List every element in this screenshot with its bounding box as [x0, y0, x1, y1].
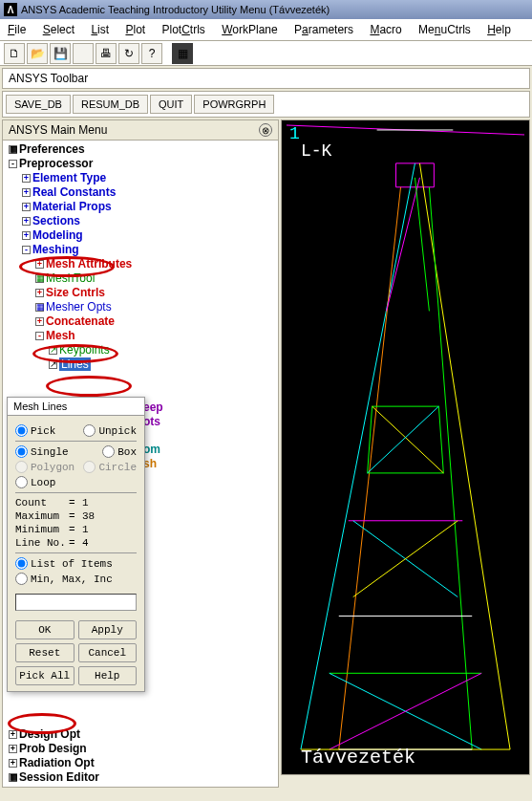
radio-single[interactable]: Single [15, 445, 69, 458]
tree-meshing[interactable]: -Meshing [5, 243, 276, 257]
powrgrph-button[interactable]: POWRGRPH [194, 95, 274, 114]
graphics-window[interactable]: 1 L-K Távvezeték Z X Y [281, 119, 530, 775]
save-db-button[interactable]: SAVE_DB [6, 95, 71, 114]
save-icon[interactable]: 💾 [50, 43, 71, 64]
svg-line-15 [387, 178, 420, 312]
apply-button[interactable]: Apply [78, 620, 138, 639]
graphics-view-label: L-K [301, 141, 331, 161]
quit-button[interactable]: QUIT [150, 95, 192, 114]
menu-file[interactable]: File [8, 23, 26, 36]
main-menu-title: ANSYS Main Menu [9, 123, 107, 137]
open-file-icon[interactable]: 📂 [27, 43, 48, 64]
tree-prob-design[interactable]: +Prob Design [5, 742, 276, 756]
tree-mesher-opts[interactable]: ▦Mesher Opts [5, 300, 276, 314]
tree-size-cntrls[interactable]: +Size Cntrls [5, 286, 276, 300]
new-file-icon[interactable]: 🗋 [4, 43, 25, 64]
reset-button[interactable]: Reset [15, 643, 74, 662]
menu-menuctrls[interactable]: MenuCtrls [418, 23, 471, 36]
toolbar-sep [73, 43, 94, 64]
svg-line-13 [372, 406, 444, 473]
radio-polygon[interactable]: Polygon [15, 461, 74, 473]
tree-element-type[interactable]: +Element Type [5, 171, 276, 185]
ansys-toolbar-label: ANSYS Toolbar [2, 68, 530, 89]
toolbar-buttons: SAVE_DB RESUM_DB QUIT POWRGRPH [2, 91, 530, 118]
tree-session-editor[interactable]: ▦Session Editor [5, 770, 276, 785]
graphics-icon[interactable]: ▦ [172, 43, 193, 64]
resum-db-button[interactable]: RESUM_DB [73, 95, 148, 114]
svg-line-3 [429, 187, 472, 749]
wireframe-plot [282, 120, 529, 774]
icon-toolbar: 🗋 📂 💾 🖶 ↻ ? ▦ [0, 41, 532, 66]
window-title: ANSYS Academic Teaching Introductory Uti… [21, 4, 330, 15]
radio-unpick[interactable]: Unpick [83, 424, 137, 437]
ok-button[interactable]: OK [15, 620, 74, 639]
menu-plotctrls[interactable]: PlotCtrls [162, 23, 205, 36]
radio-pick[interactable]: Pick [15, 424, 55, 437]
tree-design-opt[interactable]: +Design Opt [5, 727, 276, 742]
menu-plot[interactable]: Plot [125, 23, 145, 36]
tree-radiation-opt[interactable]: +Radiation Opt [5, 756, 276, 770]
graphics-index: 1 [289, 124, 300, 143]
tree-mesh-attributes[interactable]: +Mesh Attributes [5, 257, 276, 271]
radio-circle[interactable]: Circle [83, 461, 137, 473]
dialog-title: Mesh Lines [8, 398, 144, 416]
collapse-icon[interactable]: ⊗ [259, 123, 272, 137]
app-icon: Λ [4, 3, 17, 16]
menu-parameters[interactable]: Parameters [294, 23, 353, 36]
menu-workplane[interactable]: WorkPlane [222, 23, 277, 36]
menu-macro[interactable]: Macro [370, 23, 401, 36]
radio-list-items[interactable]: List of Items [15, 557, 113, 570]
menu-help[interactable]: Help [487, 23, 511, 36]
menubar: File Select List Plot PlotCtrls WorkPlan… [0, 19, 532, 41]
tree-meshtool[interactable]: ▦MeshTool [5, 271, 276, 286]
dialog-text-input[interactable] [15, 594, 137, 611]
menu-list[interactable]: List [91, 23, 109, 36]
tree-keypoints[interactable]: ↗Keypoints [5, 343, 276, 357]
radio-loop[interactable]: Loop [15, 476, 55, 488]
lineno-label: Line No. [15, 537, 69, 549]
tree-mesh[interactable]: -Mesh [5, 329, 276, 343]
main-menu-header: ANSYS Main Menu ⊗ [3, 120, 278, 141]
tree-lines[interactable]: ↗Lines [5, 357, 276, 372]
tree-material-props[interactable]: +Material Props [5, 200, 276, 214]
help-icon[interactable]: ? [141, 43, 162, 64]
graphics-title: Távvezeték [301, 747, 415, 769]
lineno-value: 4 [82, 537, 89, 549]
radio-box[interactable]: Box [102, 445, 137, 458]
tree-preprocessor[interactable]: -Preprocessor [5, 157, 276, 171]
svg-line-2 [339, 187, 401, 749]
mesh-lines-dialog: Mesh Lines Pick Unpick Single Box Polygo… [7, 397, 145, 692]
pick-all-button[interactable]: Pick All [15, 666, 74, 685]
tree-preferences[interactable]: ▦Preferences [5, 142, 276, 157]
count-label: Count [15, 497, 69, 509]
max-value: 38 [82, 510, 95, 522]
print-icon[interactable]: 🖶 [96, 43, 117, 64]
svg-line-14 [368, 406, 439, 473]
window-titlebar: Λ ANSYS Academic Teaching Introductory U… [0, 0, 532, 19]
tree-real-constants[interactable]: +Real Constants [5, 185, 276, 200]
radio-minmaxinc[interactable]: Min, Max, Inc [15, 573, 113, 585]
svg-line-0 [301, 163, 415, 749]
help-button[interactable]: Help [78, 666, 138, 685]
svg-line-16 [415, 178, 429, 312]
count-value: 1 [82, 497, 89, 509]
max-label: Maximum [15, 510, 69, 522]
tree-modeling[interactable]: +Modeling [5, 228, 276, 243]
menu-select[interactable]: Select [43, 23, 74, 36]
min-value: 1 [82, 524, 89, 535]
cancel-button[interactable]: Cancel [78, 643, 138, 662]
tree-concatenate[interactable]: +Concatenate [5, 314, 276, 329]
refresh-icon[interactable]: ↻ [118, 43, 139, 64]
tree-sections[interactable]: +Sections [5, 214, 276, 228]
min-label: Minimum [15, 524, 69, 535]
